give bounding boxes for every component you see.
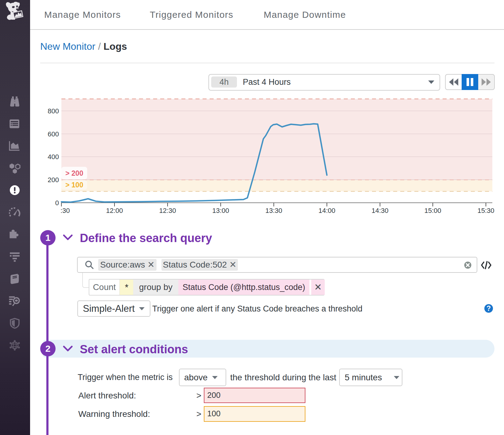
svg-text:200: 200 — [48, 176, 59, 184]
svg-text:13:00: 13:00 — [212, 207, 229, 214]
svg-text:> 200: > 200 — [65, 169, 83, 177]
svg-text:15:00: 15:00 — [424, 207, 441, 214]
svg-text:15:30: 15:30 — [477, 207, 494, 214]
svg-text:0: 0 — [55, 199, 59, 207]
svg-text:> 100: > 100 — [65, 181, 83, 189]
svg-text::30: :30 — [60, 207, 70, 214]
svg-text:400: 400 — [48, 153, 59, 161]
svg-text:600: 600 — [48, 130, 59, 138]
svg-text:14:00: 14:00 — [318, 207, 335, 214]
svg-text:13:30: 13:30 — [265, 207, 282, 214]
svg-text:800: 800 — [48, 107, 59, 115]
svg-text:14:30: 14:30 — [371, 207, 388, 214]
svg-text:12:30: 12:30 — [159, 207, 176, 214]
svg-text:12:00: 12:00 — [106, 207, 123, 214]
